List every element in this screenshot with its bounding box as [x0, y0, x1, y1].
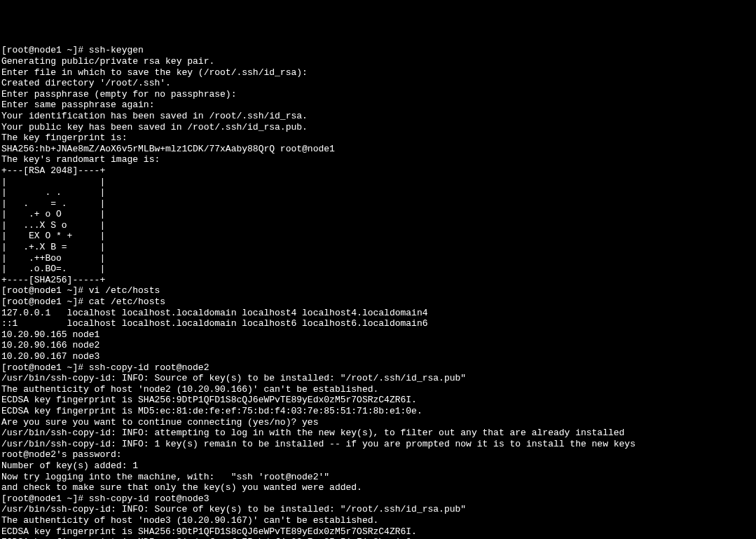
terminal-line: Created directory '/root/.ssh'.: [1, 78, 755, 89]
terminal-line: Enter file in which to save the key (/ro…: [1, 67, 755, 79]
terminal-line: +----[SHA256]-----+: [1, 275, 755, 286]
terminal-line: Are you sure you want to continue connec…: [1, 417, 755, 428]
terminal-line: [root@node1 ~]# vi /etc/hosts: [1, 285, 755, 296]
terminal-line: | .+ o O |: [1, 209, 755, 220]
terminal-line: ECDSA key fingerprint is MD5:ec:81:de:fe…: [1, 406, 755, 417]
terminal-line: The key's randomart image is:: [1, 154, 755, 165]
terminal-line: | EX O * + |: [1, 231, 755, 242]
terminal-line: +---[RSA 2048]----+: [1, 165, 755, 177]
terminal-line: | ...X S o |: [1, 220, 755, 231]
terminal-line: Now try logging into the machine, with: …: [1, 472, 755, 483]
terminal-line: /usr/bin/ssh-copy-id: INFO: 1 key(s) rem…: [1, 439, 755, 450]
terminal-line: Number of key(s) added: 1: [1, 460, 755, 472]
terminal-line: Enter passphrase (empty for no passphras…: [1, 89, 755, 100]
terminal-line: The authenticity of host 'node3 (10.20.9…: [1, 515, 755, 526]
terminal-line: 10.20.90.167 node3: [1, 351, 755, 362]
terminal-line: root@node2's password:: [1, 449, 755, 460]
terminal-line: [root@node1 ~]# cat /etc/hosts: [1, 296, 755, 308]
terminal-line: The authenticity of host 'node2 (10.20.9…: [1, 384, 755, 395]
terminal-output[interactable]: [root@node1 ~]# ssh-keygenGenerating pub…: [1, 45, 755, 539]
terminal-line: and check to make sure that only the key…: [1, 482, 755, 493]
terminal-line: | .+.X B = |: [1, 242, 755, 253]
terminal-line: | |: [1, 177, 755, 188]
terminal-line: /usr/bin/ssh-copy-id: INFO: attempting t…: [1, 428, 755, 439]
terminal-line: 127.0.0.1 localhost localhost.localdomai…: [1, 308, 755, 319]
terminal-line: [root@node1 ~]# ssh-copy-id root@node2: [1, 362, 755, 374]
terminal-line: | .o.BO=. |: [1, 264, 755, 275]
terminal-line: | . = . |: [1, 198, 755, 210]
terminal-line: /usr/bin/ssh-copy-id: INFO: Source of ke…: [1, 504, 755, 515]
terminal-line: Your identification has been saved in /r…: [1, 111, 755, 122]
terminal-line: | . . |: [1, 187, 755, 198]
terminal-line: [root@node1 ~]# ssh-keygen: [1, 45, 755, 56]
terminal-line: 10.20.90.166 node2: [1, 340, 755, 351]
terminal-line: The key fingerprint is:: [1, 132, 755, 144]
terminal-line: | .++Boo |: [1, 253, 755, 264]
terminal-line: /usr/bin/ssh-copy-id: INFO: Source of ke…: [1, 373, 755, 384]
terminal-line: [root@node1 ~]# ssh-copy-id root@node3: [1, 493, 755, 505]
terminal-line: ::1 localhost localhost.localdomain loca…: [1, 318, 755, 329]
terminal-line: 10.20.90.165 node1: [1, 329, 755, 341]
terminal-line: ECDSA key fingerprint is SHA256:9DtP1QFD…: [1, 395, 755, 406]
terminal-line: SHA256:hb+JNAe8mZ/AoX6v5rMLBw+mlz1CDK/77…: [1, 144, 755, 155]
terminal-line: Your public key has been saved in /root/…: [1, 122, 755, 133]
terminal-line: Generating public/private rsa key pair.: [1, 56, 755, 67]
terminal-line: Enter same passphrase again:: [1, 100, 755, 111]
terminal-line: ECDSA key fingerprint is SHA256:9DtP1QFD…: [1, 526, 755, 538]
